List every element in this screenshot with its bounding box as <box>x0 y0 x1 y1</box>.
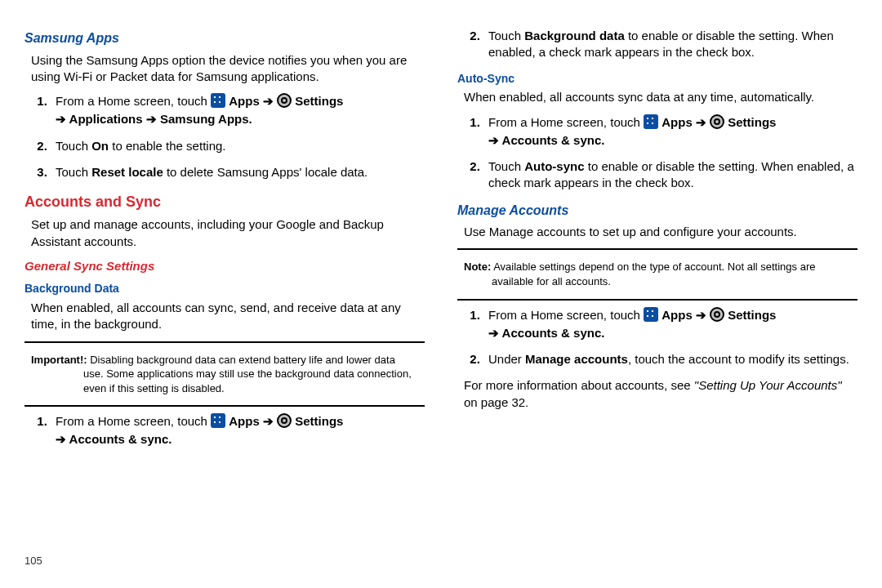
heading-general-sync: General Sync Settings <box>24 258 425 274</box>
note-important: Important!: Disabling background data ca… <box>31 350 425 399</box>
text: From a Home screen, touch <box>488 308 644 322</box>
text: From a Home screen, touch <box>488 115 644 129</box>
left-column: Samsung Apps Using the Samsung Apps opti… <box>24 24 425 547</box>
step-item: From a Home screen, touch Apps ➔ Setting… <box>51 93 425 128</box>
text-bold: Apps ➔ <box>229 414 277 428</box>
step-item: From a Home screen, touch Apps ➔ Setting… <box>51 413 425 448</box>
step-item: Touch Reset locale to delete Samsung App… <box>51 164 425 180</box>
text-bold: Settings <box>728 308 776 322</box>
text-bold: ➔ Applications ➔ Samsung Apps. <box>56 111 425 127</box>
page-container: Samsung Apps Using the Samsung Apps opti… <box>0 0 882 547</box>
divider <box>457 248 858 250</box>
note-lead: Note: <box>464 261 491 273</box>
text-bold: Apps ➔ <box>229 94 277 108</box>
text-bold: Auto-sync <box>524 159 584 173</box>
step-item: From a Home screen, touch Apps ➔ Setting… <box>483 114 858 149</box>
steps-bgdata: From a Home screen, touch Apps ➔ Setting… <box>33 413 425 448</box>
text: , touch the account to modify its settin… <box>628 352 849 366</box>
heading-manage-accounts: Manage Accounts <box>457 202 858 220</box>
text: to enable the setting. <box>109 139 225 153</box>
heading-accounts-sync: Accounts and Sync <box>24 192 425 212</box>
para-more-info: For more information about accounts, see… <box>464 377 858 411</box>
step-item: Touch On to enable the setting. <box>51 138 425 154</box>
settings-icon <box>277 413 292 428</box>
text: Touch <box>56 165 91 179</box>
step-item: From a Home screen, touch Apps ➔ Setting… <box>483 307 858 342</box>
text-bold: Settings <box>295 414 343 428</box>
apps-icon <box>644 114 658 129</box>
para-samsung-apps: Using the Samsung Apps option the device… <box>31 52 425 86</box>
steps-bgdata-cont: Touch Background data to enable or disab… <box>466 28 858 61</box>
text: For more information about accounts, see <box>464 378 694 392</box>
note-accounts: Note: Available settings depend on the t… <box>464 256 858 292</box>
text: to delete Samsung Apps' locale data. <box>163 165 368 179</box>
settings-icon <box>710 307 724 322</box>
note-lead: Important!: <box>31 354 87 366</box>
text-bold: Apps ➔ <box>662 115 710 129</box>
divider <box>457 299 858 301</box>
text: Under <box>488 352 525 366</box>
text-italic: "Setting Up Your Accounts" <box>694 378 842 392</box>
text-bold: ➔ Accounts & sync. <box>488 132 858 149</box>
para-accounts-intro: Set up and manage accounts, including yo… <box>31 216 425 250</box>
para-manage-accounts: Use Manage accounts to set up and config… <box>464 224 858 240</box>
heading-background-data: Background Data <box>24 281 425 296</box>
apps-icon <box>644 307 658 322</box>
step-item: Touch Auto-sync to enable or disable the… <box>483 158 858 192</box>
text: Touch <box>488 159 524 173</box>
heading-auto-sync: Auto-Sync <box>457 71 858 87</box>
text: From a Home screen, touch <box>56 414 211 428</box>
text: on page 32. <box>464 395 528 409</box>
step-item: Under Manage accounts, touch the account… <box>483 351 858 368</box>
apps-icon <box>211 93 225 108</box>
text-bold: ➔ Accounts & sync. <box>56 431 425 448</box>
steps-manage-accounts: From a Home screen, touch Apps ➔ Setting… <box>466 307 858 368</box>
steps-samsung-apps: From a Home screen, touch Apps ➔ Setting… <box>33 93 425 180</box>
para-auto-sync: When enabled, all accounts sync data at … <box>464 89 858 105</box>
divider <box>24 405 425 407</box>
steps-auto-sync: From a Home screen, touch Apps ➔ Setting… <box>466 114 858 192</box>
divider <box>24 341 425 343</box>
note-body: Disabling background data can extend bat… <box>83 354 412 394</box>
text-bold: ➔ Accounts & sync. <box>488 325 858 341</box>
note-body: Available settings depend on the type of… <box>492 261 815 287</box>
para-background-data: When enabled, all accounts can sync, sen… <box>31 300 425 333</box>
settings-icon <box>277 93 292 108</box>
text: From a Home screen, touch <box>56 94 211 108</box>
text-bold: Manage accounts <box>525 352 628 366</box>
text-bold: Reset locale <box>91 165 163 179</box>
heading-samsung-apps: Samsung Apps <box>24 29 425 47</box>
settings-icon <box>710 114 724 129</box>
text-bold: Settings <box>295 94 343 108</box>
text-bold: Settings <box>728 115 776 129</box>
text-bold: Background data <box>524 29 625 42</box>
text-bold: On <box>91 139 109 153</box>
page-number: 105 <box>24 554 42 568</box>
right-column: Touch Background data to enable or disab… <box>457 24 858 547</box>
step-item: Touch Background data to enable or disab… <box>483 28 858 61</box>
text: Touch <box>56 139 91 153</box>
text: Touch <box>488 29 524 42</box>
apps-icon <box>211 413 225 428</box>
text-bold: Apps ➔ <box>662 308 710 322</box>
